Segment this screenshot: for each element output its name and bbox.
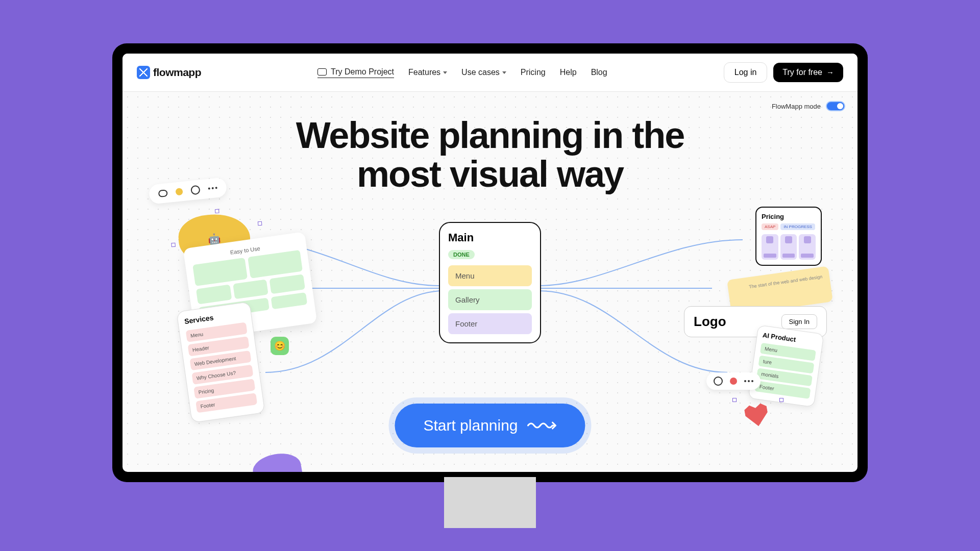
main-card[interactable]: Main DONE Menu Gallery Footer <box>439 222 541 343</box>
ai-product-card: AI Product Menu ture monials Footer <box>748 325 824 408</box>
heart-icon <box>741 401 772 430</box>
hero-content: FlowMapp mode Website planning in the mo… <box>122 92 857 472</box>
hero-line2: most visual way <box>357 154 623 194</box>
emoji-icon[interactable] <box>714 377 723 386</box>
more-icon[interactable] <box>208 187 217 190</box>
nav-try-demo[interactable]: Try Demo Project <box>317 67 394 78</box>
login-button[interactable]: Log in <box>724 62 768 83</box>
pricing-tier <box>780 234 797 260</box>
selection-handle[interactable] <box>258 221 262 226</box>
pricing-card: Pricing ASAP IN PROGRESS <box>755 207 822 266</box>
chevron-down-icon <box>443 71 447 74</box>
nav-features-label: Features <box>408 68 440 77</box>
emoji-sticker: 😊 <box>271 337 289 355</box>
start-planning-button[interactable]: Start planning <box>395 404 585 447</box>
tag-progress: IN PROGRESS <box>780 223 815 230</box>
nav-right: Log in Try for free <box>724 62 843 83</box>
color-dot-icon[interactable] <box>175 188 183 195</box>
pricing-card-title: Pricing <box>762 213 816 220</box>
selection-handle[interactable] <box>732 398 737 402</box>
logo-card-title: Logo <box>694 314 726 330</box>
pricing-tier <box>762 234 778 260</box>
main-card-title: Main <box>448 231 532 244</box>
tag-asap: ASAP <box>762 223 778 230</box>
connector-line <box>538 281 712 301</box>
mode-toggle-row: FlowMapp mode <box>772 101 845 111</box>
status-badge: DONE <box>448 250 475 259</box>
nav-usecases[interactable]: Use cases <box>461 68 506 77</box>
section-gallery[interactable]: Gallery <box>448 289 532 310</box>
nav-help[interactable]: Help <box>560 68 577 77</box>
emoji-icon[interactable] <box>190 185 201 195</box>
screen: flowmapp Try Demo Project Features Use c… <box>122 54 857 472</box>
section-footer[interactable]: Footer <box>448 313 532 334</box>
mode-label: FlowMapp mode <box>772 103 821 110</box>
section-menu[interactable]: Menu <box>448 265 532 286</box>
nav-pricing[interactable]: Pricing <box>521 68 546 77</box>
arrow-right-icon <box>826 68 834 77</box>
nav-features[interactable]: Features <box>408 68 447 77</box>
pricing-tier <box>799 234 816 260</box>
hero-title: Website planning in the most visual way <box>122 92 857 193</box>
brand-logo[interactable]: flowmapp <box>137 66 201 79</box>
nav-center: Try Demo Project Features Use cases Pric… <box>317 67 607 78</box>
more-icon[interactable] <box>744 380 753 382</box>
monitor-stand <box>444 477 536 528</box>
chevron-down-icon <box>502 71 506 74</box>
monitor-frame: flowmapp Try Demo Project Features Use c… <box>112 43 868 482</box>
nav-blog[interactable]: Blog <box>591 68 607 77</box>
tryfree-label: Try for free <box>782 68 822 77</box>
brand-name: flowmapp <box>153 66 201 79</box>
tryfree-button[interactable]: Try for free <box>773 63 843 82</box>
selection-handle[interactable] <box>215 209 219 214</box>
services-card: Services Menu Header Web Development Why… <box>176 302 265 423</box>
demo-icon <box>317 68 327 76</box>
hero-line1: Website planning in the <box>296 115 684 156</box>
heart-selection <box>732 398 783 429</box>
nav-usecases-label: Use cases <box>461 68 500 77</box>
mode-toggle[interactable] <box>826 101 845 111</box>
floating-toolbar-right <box>706 372 761 390</box>
connector-line <box>538 235 743 296</box>
selection-handle[interactable] <box>171 243 176 247</box>
logo-icon <box>137 66 150 79</box>
selection-handle[interactable] <box>779 398 783 402</box>
purple-blob <box>251 450 303 472</box>
squiggle-arrow-icon <box>527 420 557 431</box>
nav-demo-label: Try Demo Project <box>331 67 394 77</box>
navbar: flowmapp Try Demo Project Features Use c… <box>122 54 857 92</box>
cta-label: Start planning <box>423 417 518 434</box>
chat-icon[interactable] <box>158 189 168 197</box>
color-dot-icon[interactable] <box>730 378 737 385</box>
signin-button[interactable]: Sign In <box>781 314 817 329</box>
